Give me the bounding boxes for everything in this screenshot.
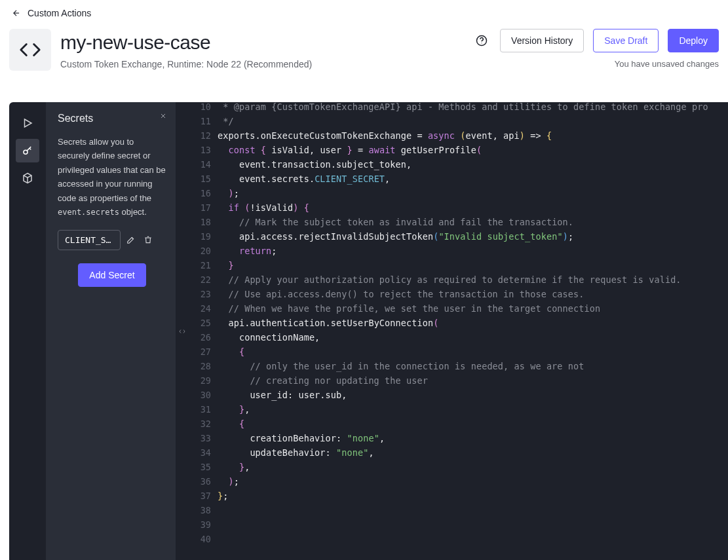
panel-desc-code: event.secrets bbox=[58, 208, 119, 217]
panel-title: Secrets bbox=[58, 113, 166, 124]
resize-handle[interactable] bbox=[176, 102, 189, 560]
code-content[interactable]: * @param {CustomTokenExchangeAPI} api - … bbox=[218, 102, 728, 560]
edit-secret-icon[interactable] bbox=[126, 234, 136, 245]
deploy-button[interactable]: Deploy bbox=[668, 29, 719, 52]
secrets-panel: Secrets Secrets allow you to securely de… bbox=[46, 102, 176, 560]
unsaved-changes-label: You have unsaved changes bbox=[615, 59, 719, 69]
page-title: my-new-use-case bbox=[60, 31, 463, 54]
breadcrumb[interactable]: Custom Actions bbox=[0, 0, 728, 25]
svg-point-1 bbox=[482, 43, 482, 43]
action-type-icon bbox=[9, 29, 51, 71]
line-gutter: 1011121314151617181920212223242526272829… bbox=[189, 102, 218, 560]
secret-chip[interactable]: CLIENT_S… bbox=[58, 230, 121, 250]
panel-desc-text-2: object. bbox=[119, 207, 147, 217]
rail-dependencies-icon[interactable] bbox=[16, 166, 39, 190]
editor-rail bbox=[9, 102, 46, 560]
close-panel-icon[interactable] bbox=[157, 110, 169, 122]
svg-marker-2 bbox=[25, 119, 32, 127]
page-header: my-new-use-case Custom Token Exchange, R… bbox=[0, 25, 728, 88]
breadcrumb-label[interactable]: Custom Actions bbox=[28, 8, 91, 18]
rail-test-icon[interactable] bbox=[16, 111, 39, 135]
code-editor[interactable]: 1011121314151617181920212223242526272829… bbox=[189, 102, 728, 560]
back-arrow-icon[interactable] bbox=[12, 9, 21, 18]
delete-secret-icon[interactable] bbox=[143, 234, 153, 245]
secret-row: CLIENT_S… bbox=[58, 230, 166, 250]
help-icon[interactable] bbox=[472, 31, 491, 50]
page-subtitle: Custom Token Exchange, Runtime: Node 22 … bbox=[60, 59, 463, 69]
add-secret-button[interactable]: Add Secret bbox=[78, 263, 145, 287]
editor-area: Secrets Secrets allow you to securely de… bbox=[9, 102, 728, 560]
panel-desc-text-1: Secrets allow you to securely define sec… bbox=[58, 137, 166, 203]
save-draft-button[interactable]: Save Draft bbox=[593, 29, 659, 52]
rail-secrets-icon[interactable] bbox=[16, 139, 39, 162]
panel-description: Secrets allow you to securely define sec… bbox=[58, 135, 166, 219]
version-history-button[interactable]: Version History bbox=[500, 29, 584, 52]
